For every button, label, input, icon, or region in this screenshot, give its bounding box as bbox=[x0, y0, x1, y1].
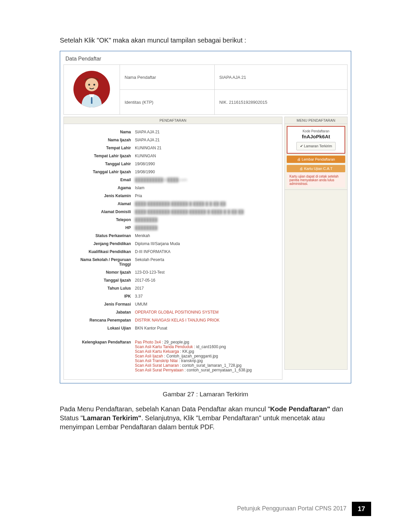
svg-point-0 bbox=[85, 78, 98, 91]
val-formasi: UMUM bbox=[135, 302, 278, 307]
svg-point-1 bbox=[88, 84, 90, 85]
svg-point-2 bbox=[93, 84, 95, 85]
check-icon: ✔ bbox=[300, 144, 303, 148]
intro-text: Setelah Klik "OK" maka akan muncul tampi… bbox=[60, 37, 351, 44]
val-jenjang: Diploma III/Sarjana Muda bbox=[135, 241, 278, 246]
att5-v: transkrip.jpg bbox=[181, 358, 203, 363]
lab-domisili: Alamat Domisili bbox=[68, 209, 135, 214]
att4-l[interactable]: Scan Asli Ijazah bbox=[135, 354, 163, 358]
val-lokasi: BKN Kantor Pusat bbox=[135, 326, 278, 331]
val-sekolah: Sekolah Peserta bbox=[135, 257, 278, 262]
svg-rect-3 bbox=[91, 97, 92, 104]
header-nama-value: SIAPA AJA 21 bbox=[214, 65, 347, 90]
val-jabatan: OPERATOR GLOBAL POSITIONING SYSTEM bbox=[135, 310, 278, 315]
lab-kualifikasi: Kualifikasi Pendidikan bbox=[68, 249, 135, 254]
att1-v: 29_people.jpg bbox=[164, 340, 189, 344]
print-icon: 🖨 bbox=[297, 157, 301, 161]
lab-tanggal-lahir-ijazah: Tanggal Lahir Ijazah bbox=[68, 170, 135, 174]
lab-lokasi: Lokasi Ujian bbox=[68, 326, 135, 331]
val-nomor-ijazah: 123-D3-123-Test bbox=[135, 270, 278, 275]
status-pill: ✔ Lamaran Terkirim bbox=[296, 142, 336, 150]
lab-tgl-ijazah: Tanggal Ijazah bbox=[68, 278, 135, 283]
header-id-label: Identitas (KTP) bbox=[120, 90, 215, 115]
lab-agama: Agama bbox=[68, 186, 135, 190]
val-kualifikasi: D-III INFORMATIKA bbox=[135, 249, 278, 254]
att2-l[interactable]: Scan Asli Kartu Tanda Penduduk bbox=[135, 344, 193, 349]
kode-label: Kode Pendaftaran bbox=[290, 129, 342, 133]
val-hp: ████████ bbox=[135, 225, 278, 230]
kode-value: fnAJoPk6At bbox=[290, 134, 342, 139]
side-fill bbox=[284, 190, 348, 370]
lab-nama: Nama bbox=[68, 130, 135, 134]
val-tgl-ijazah: 2017-05-16 bbox=[135, 278, 278, 283]
lab-kelamin: Jenis Kelamin bbox=[68, 194, 135, 198]
val-nama: SIAPA AJA 21 bbox=[135, 130, 278, 134]
section-right-header: MENU PENDAFTARAN bbox=[284, 117, 348, 124]
lab-alamat: Alamat bbox=[68, 201, 135, 206]
att5-l[interactable]: Scan Asli Transkrip Nilai bbox=[135, 358, 178, 363]
val-lulus: 2017 bbox=[135, 286, 278, 291]
att3-l[interactable]: Scan Asli Kartu Keluarga bbox=[135, 349, 179, 354]
right-column: MENU PENDAFTARAN Kode Pendaftaran fnAJoP… bbox=[284, 117, 348, 380]
lab-formasi: Jenis Formasi bbox=[68, 302, 135, 307]
details-block: NamaSIAPA AJA 21 Nama IjazahSIAPA AJA 21… bbox=[63, 124, 282, 380]
avatar-cell bbox=[64, 65, 120, 115]
lembar-pendaftaran-button[interactable]: 🖨 Lembar Pendaftaran bbox=[287, 156, 345, 163]
att3-v: KK.jpg bbox=[182, 349, 194, 354]
screenshot-panel: Data Pendaftar bbox=[60, 51, 351, 383]
body-seg-1: Pada Menu Pendaftaran, sebelah Kanan Dat… bbox=[60, 405, 270, 413]
figure-caption: Gambar 27 : Lamaran Terkirim bbox=[60, 391, 351, 398]
page-footer: Petunjuk Penggunaan Portal CPNS 2017 17 bbox=[232, 502, 371, 516]
document-page: Setelah Klik "OK" maka akan muncul tampi… bbox=[0, 0, 411, 532]
val-agama: Islam bbox=[135, 186, 278, 190]
lab-email: Email bbox=[68, 178, 135, 182]
lab-jabatan: Jabatan bbox=[68, 310, 135, 315]
lab-lulus: Tahun Lulus bbox=[68, 286, 135, 291]
lab-status-kawin: Status Perkawinan bbox=[68, 233, 135, 238]
left-column: PENDAFTARAN NamaSIAPA AJA 21 Nama Ijazah… bbox=[63, 117, 282, 380]
lab-kelengkapan: Kelengkapan Pendaftaran bbox=[68, 340, 135, 344]
att4-v: Contoh_ijazah_pengganti.jpg bbox=[166, 354, 218, 358]
lab-hp: HP bbox=[68, 225, 135, 230]
avatar-icon bbox=[73, 71, 110, 107]
lab-tempat-lahir-ijazah: Tempat Lahir Ijazah bbox=[68, 154, 135, 158]
lab-tanggal-lahir: Tanggal Lahir bbox=[68, 162, 135, 166]
footer-title: Petunjuk Penggunaan Portal CPNS 2017 bbox=[232, 502, 352, 516]
panel-title: Data Pendaftar bbox=[63, 55, 348, 63]
header-table: Nama Pendaftar SIAPA AJA 21 Identitas (K… bbox=[63, 65, 348, 115]
lab-ipk: IPK bbox=[68, 294, 135, 299]
header-id-value: NIK. 2116151928902015 bbox=[214, 90, 347, 115]
kode-box: Kode Pendaftaran fnAJoPk6At ✔ Lamaran Te… bbox=[287, 126, 345, 154]
lab-nama-ijazah: Nama Ijazah bbox=[68, 138, 135, 142]
val-status-kawin: Menikah bbox=[135, 233, 278, 238]
val-tanggal-lahir-ijazah: 19/08/1990 bbox=[135, 170, 278, 174]
val-tempat-lahir-ijazah: KUNINGAN bbox=[135, 154, 278, 158]
att2-v: id_card1600.png bbox=[196, 344, 226, 349]
body-bold-1: Kode Pendaftaran" bbox=[270, 405, 330, 413]
side-note: Kartu ujian dapat di cetak setelah panit… bbox=[287, 172, 345, 188]
att1-l[interactable]: Pas Photo 3x4 bbox=[135, 340, 161, 344]
kartu-ujian-button[interactable]: 🖨 Kartu Ujian C.A.T bbox=[287, 165, 345, 172]
lab-sekolah: Nama Sekolah / Perguruan Tinggi bbox=[68, 257, 135, 267]
att7-l[interactable]: Scan Asli Surat Pernyataan bbox=[135, 368, 183, 372]
lab-tempat-lahir: Tempat Lahir bbox=[68, 146, 135, 150]
val-alamat: ████ ████████ ██████ █ ████ █ █ ██ ██ bbox=[135, 201, 278, 206]
section-left-header: PENDAFTARAN bbox=[63, 117, 282, 124]
val-nama-ijazah: SIAPA AJA 21 bbox=[135, 138, 278, 142]
att6-v: contoh_surat_lamaran_1_728.jpg bbox=[182, 363, 242, 368]
val-tanggal-lahir: 19/08/1990 bbox=[135, 162, 278, 166]
print-icon: 🖨 bbox=[299, 167, 303, 171]
status-text: Lamaran Terkirim bbox=[304, 144, 332, 148]
btn1-label: Lembar Pendaftaran bbox=[302, 157, 335, 161]
header-nama-label: Nama Pendaftar bbox=[120, 65, 215, 90]
att6-l[interactable]: Scan Asli Surat Lamaran bbox=[135, 363, 179, 368]
val-tempat-lahir: KUNINGAN 21 bbox=[135, 146, 278, 150]
body-paragraph: Pada Menu Pendaftaran, sebelah Kanan Dat… bbox=[60, 405, 351, 432]
val-email: ██████████@████.com bbox=[135, 178, 278, 182]
att7-v: contoh_surat_pernyataan_1_638.jpg bbox=[187, 368, 252, 372]
footer-page-number: 17 bbox=[352, 502, 371, 516]
lab-jenjang: Jenjang Pendidikan bbox=[68, 241, 135, 246]
lab-telepon: Telepon bbox=[68, 217, 135, 222]
val-kelamin: Pria bbox=[135, 194, 278, 198]
val-domisili: ████ ████████ ██████ ██████ █ ████ █ █ █… bbox=[135, 209, 278, 214]
